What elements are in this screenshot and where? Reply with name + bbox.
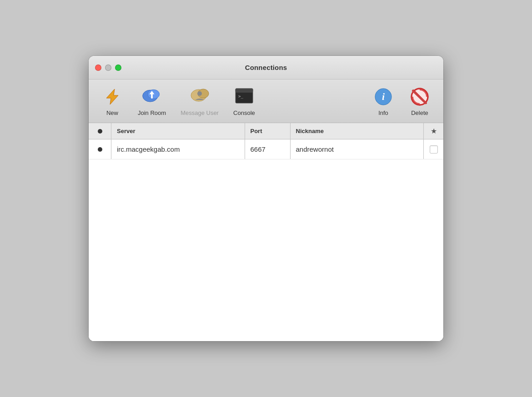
- row-port: 6667: [245, 139, 291, 159]
- new-icon: [101, 86, 123, 108]
- server-column-header: Server: [111, 123, 245, 139]
- svg-text:i: i: [382, 91, 385, 102]
- maximize-button[interactable]: [115, 65, 121, 71]
- favorite-checkbox[interactable]: [430, 145, 438, 154]
- title-bar: Connections: [89, 56, 443, 79]
- console-button[interactable]: >_ Console: [226, 83, 262, 119]
- row-favorite[interactable]: [423, 139, 443, 159]
- connections-table: Server Port Nickname ★ irc.macgeekgab.co…: [89, 123, 443, 341]
- table-empty-area: [89, 159, 443, 341]
- new-label: New: [106, 109, 118, 116]
- join-room-label: Join Room: [138, 109, 166, 116]
- info-label: Info: [378, 109, 388, 116]
- svg-point-1: [148, 89, 160, 99]
- traffic-lights: [95, 65, 121, 71]
- row-status: [89, 139, 111, 159]
- toolbar: New Join Room: [89, 79, 443, 123]
- connected-dot: [98, 147, 102, 152]
- message-user-icon: [189, 86, 211, 108]
- port-column-header: Port: [245, 123, 291, 139]
- favorite-column-header: ★: [423, 123, 443, 139]
- table-header: Server Port Nickname ★: [89, 123, 443, 139]
- svg-rect-7: [236, 89, 253, 92]
- console-label: Console: [233, 109, 255, 116]
- delete-label: Delete: [411, 109, 428, 116]
- status-column-header: [89, 123, 111, 139]
- close-button[interactable]: [95, 65, 101, 71]
- info-icon: i: [372, 86, 394, 108]
- row-server: irc.macgeekgab.com: [111, 139, 245, 159]
- message-user-label: Message User: [181, 109, 219, 116]
- minimize-button[interactable]: [105, 65, 111, 71]
- message-user-button[interactable]: Message User: [173, 83, 226, 119]
- table-row[interactable]: irc.macgeekgab.com 6667 andrewornot: [89, 139, 443, 159]
- window-title: Connections: [245, 64, 287, 71]
- nickname-column-header: Nickname: [291, 123, 424, 139]
- console-icon: >_: [233, 86, 255, 108]
- delete-icon: [409, 86, 431, 108]
- join-room-icon: [141, 86, 163, 108]
- delete-button[interactable]: Delete: [402, 83, 438, 119]
- connections-window: Connections New: [89, 56, 443, 341]
- new-button[interactable]: New: [94, 83, 130, 119]
- status-dot-header: [98, 129, 102, 134]
- row-nickname: andrewornot: [291, 139, 424, 159]
- join-room-button[interactable]: Join Room: [130, 83, 173, 119]
- svg-text:>_: >_: [238, 94, 243, 99]
- info-button[interactable]: i Info: [365, 83, 402, 119]
- svg-point-5: [197, 91, 202, 96]
